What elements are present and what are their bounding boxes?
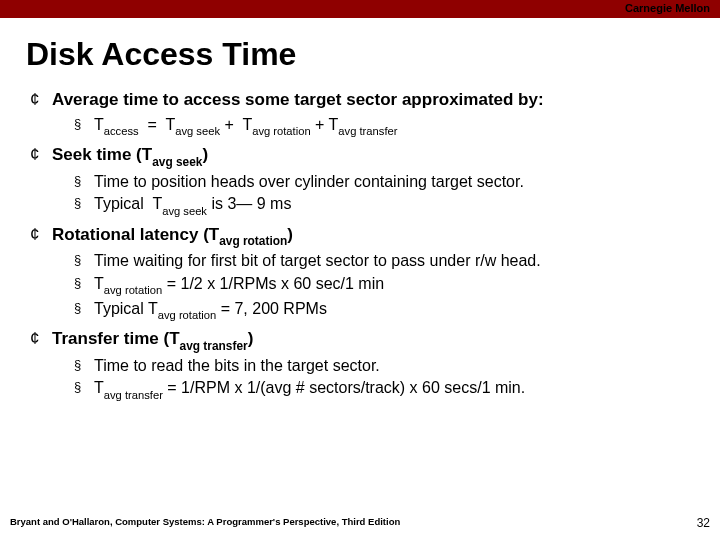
list-item-l1: ¢Transfer time (Tavg transfer) <box>30 328 694 352</box>
bullet-icon: § <box>74 298 94 322</box>
slide-content: ¢Average time to access some target sect… <box>30 89 694 402</box>
brand-label: Carnegie Mellon <box>625 2 710 14</box>
bullet-icon: § <box>74 193 94 217</box>
footer: Bryant and O'Hallaron, Computer Systems:… <box>10 516 710 530</box>
bullet-icon: § <box>74 377 94 401</box>
list-item-l1-text: Average time to access some target secto… <box>52 89 694 112</box>
list-item-l1-text: Seek time (Tavg seek) <box>52 144 694 168</box>
list-item-l2-text: Time to read the bits in the target sect… <box>94 355 694 377</box>
list-item-l2-text: Taccess = Tavg seek + Tavg rotation + Ta… <box>94 114 694 138</box>
list-item-l2: §Taccess = Tavg seek + Tavg rotation + T… <box>74 114 694 138</box>
page-title: Disk Access Time <box>26 36 720 73</box>
list-item-l1: ¢Rotational latency (Tavg rotation) <box>30 224 694 248</box>
bullet-icon: § <box>74 114 94 138</box>
list-item-l1-text: Transfer time (Tavg transfer) <box>52 328 694 352</box>
list-item-l2: §Time waiting for first bit of target se… <box>74 250 694 272</box>
list-item-l1-text: Rotational latency (Tavg rotation) <box>52 224 694 248</box>
bullet-icon: § <box>74 171 94 193</box>
list-item-l2-text: Tavg rotation = 1/2 x 1/RPMs x 60 sec/1 … <box>94 273 694 297</box>
list-item-l2: §Time to position heads over cylinder co… <box>74 171 694 193</box>
list-item-l1: ¢Seek time (Tavg seek) <box>30 144 694 168</box>
bullet-icon: § <box>74 355 94 377</box>
bullet-icon: § <box>74 273 94 297</box>
bullet-icon: ¢ <box>30 224 52 248</box>
list-item-l2-text: Typical Tavg rotation = 7, 200 RPMs <box>94 298 694 322</box>
bullet-icon: ¢ <box>30 328 52 352</box>
header-band: Carnegie Mellon <box>0 0 720 18</box>
list-item-l2: §Time to read the bits in the target sec… <box>74 355 694 377</box>
list-item-l2: §Typical Tavg seek is 3— 9 ms <box>74 193 694 217</box>
list-item-l2: §Tavg transfer = 1/RPM x 1/(avg # sector… <box>74 377 694 401</box>
bullet-icon: ¢ <box>30 144 52 168</box>
list-item-l2-text: Typical Tavg seek is 3— 9 ms <box>94 193 694 217</box>
bullet-icon: ¢ <box>30 89 52 112</box>
list-item-l2: §Tavg rotation = 1/2 x 1/RPMs x 60 sec/1… <box>74 273 694 297</box>
bullet-icon: § <box>74 250 94 272</box>
list-item-l2-text: Time waiting for first bit of target sec… <box>94 250 694 272</box>
footer-citation: Bryant and O'Hallaron, Computer Systems:… <box>10 516 400 530</box>
list-item-l2-text: Tavg transfer = 1/RPM x 1/(avg # sectors… <box>94 377 694 401</box>
list-item-l1: ¢Average time to access some target sect… <box>30 89 694 112</box>
list-item-l2-text: Time to position heads over cylinder con… <box>94 171 694 193</box>
footer-page-number: 32 <box>697 516 710 530</box>
list-item-l2: §Typical Tavg rotation = 7, 200 RPMs <box>74 298 694 322</box>
